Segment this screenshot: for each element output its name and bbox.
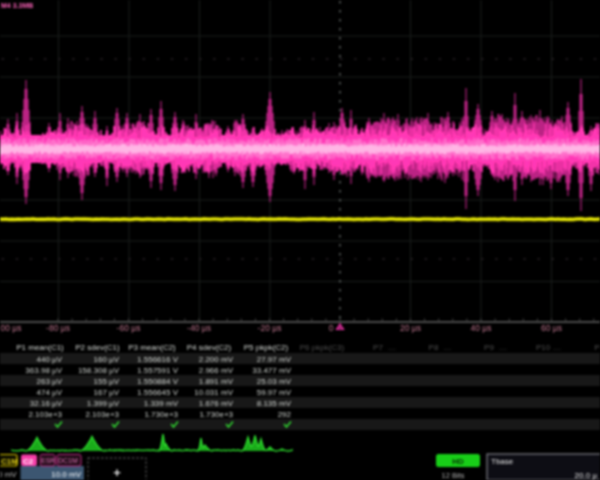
svg-text:1.339 mV: 1.339 mV [144,399,179,408]
svg-text:....: .... [553,344,561,351]
svg-text:20 µs: 20 µs [400,323,421,333]
svg-text:363.98 µV: 363.98 µV [25,366,62,375]
svg-text:T: T [338,326,342,332]
svg-text:-40 µs: -40 µs [187,323,211,333]
svg-text:2.966 mV: 2.966 mV [199,366,234,375]
svg-text:32.16 µV: 32.16 µV [30,399,63,408]
svg-text:292: 292 [278,410,292,419]
svg-text:00 µs: 00 µs [1,323,22,333]
svg-text:ESR: ESR [41,457,55,464]
svg-text:160 µV: 160 µV [93,355,119,364]
svg-text:C2: C2 [23,457,34,466]
svg-text:+: + [113,465,121,480]
svg-text:440 µV: 440 µV [36,355,62,364]
svg-text:P9: P9 [484,343,494,352]
svg-text:263 µV: 263 µV [36,377,62,386]
svg-text:P4 sdev(C2): P4 sdev(C2) [187,343,232,352]
svg-text:59.97 mV: 59.97 mV [257,388,292,397]
svg-text:10.0 mV: 10.0 mV [51,470,81,479]
svg-text:2.103e+3: 2.103e+3 [85,410,119,419]
svg-text:P2 sdev(C1): P2 sdev(C1) [75,343,120,352]
svg-text:10.031 mV: 10.031 mV [194,388,233,397]
svg-text:P6 pkpk(C3): P6 pkpk(C3) [300,343,345,352]
svg-text:8.135 mV: 8.135 mV [257,399,292,408]
svg-text:40 µs: 40 µs [471,323,492,333]
svg-text:P: P [594,343,599,352]
svg-text:12 Bits: 12 Bits [442,471,465,480]
svg-text:1.557591 V: 1.557591 V [137,366,179,375]
svg-text:155 µV: 155 µV [93,377,119,386]
svg-text:1.891 mV: 1.891 mV [199,377,234,386]
svg-text:2.103e+3: 2.103e+3 [28,410,62,419]
svg-text:0: 0 [329,323,334,333]
svg-text:1.550884 V: 1.550884 V [137,377,179,386]
svg-text:1.556616 V: 1.556616 V [137,355,179,364]
svg-text:P3 mean(C2): P3 mean(C2) [128,343,176,352]
svg-text:60 µs: 60 µs [541,323,562,333]
svg-text:25.03 mV: 25.03 mV [257,377,292,386]
svg-text:C1M: C1M [1,457,18,466]
svg-text:Tbase: Tbase [491,457,514,466]
svg-text:....: .... [388,344,396,351]
svg-text:20.0 µ: 20.0 µ [575,471,598,480]
svg-text:HD: HD [452,457,464,466]
svg-text:0 mV: 0 mV [0,470,17,479]
svg-text:27.97 mV: 27.97 mV [257,355,292,364]
svg-text:P8: P8 [429,343,439,352]
svg-text:....: .... [499,344,507,351]
svg-text:P7: P7 [373,343,383,352]
svg-text:-80 µs: -80 µs [46,323,70,333]
svg-text:M4 3.3MB: M4 3.3MB [1,2,33,9]
svg-text:158.308 µV: 158.308 µV [78,366,120,375]
svg-text:1.676 mV: 1.676 mV [199,399,234,408]
svg-text:P5 pkpk(C2): P5 pkpk(C2) [244,343,289,352]
svg-text:1.730e+3: 1.730e+3 [199,410,233,419]
svg-text:DC1M: DC1M [58,457,78,464]
svg-text:-20 µs: -20 µs [258,323,282,333]
svg-text:1.730e+3: 1.730e+3 [144,410,178,419]
svg-text:-60 µs: -60 µs [117,323,141,333]
svg-text:P10: P10 [536,343,551,352]
svg-text:2.200 mV: 2.200 mV [199,355,234,364]
svg-text:474 µV: 474 µV [36,388,62,397]
svg-text:167 µV: 167 µV [93,388,119,397]
svg-text:33.477 mV: 33.477 mV [252,366,291,375]
svg-text:P1 mean(C1): P1 mean(C1) [16,343,64,352]
svg-text:1.399 µV: 1.399 µV [87,399,120,408]
svg-text:1.556645 V: 1.556645 V [137,388,179,397]
svg-text:....: .... [444,344,452,351]
